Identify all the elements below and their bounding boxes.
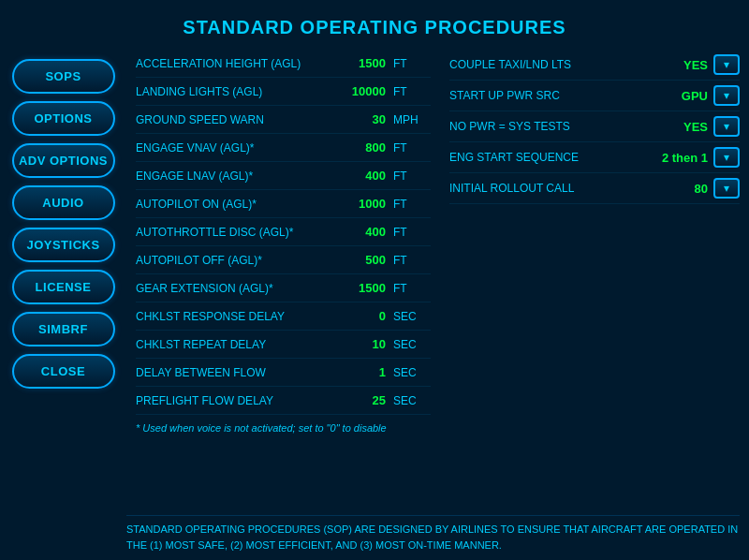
setting-unit: FT	[393, 85, 431, 98]
setting-value: 800	[337, 140, 393, 155]
setting-label: PREFLIGHT FLOW DELAY	[136, 394, 337, 407]
dropdown-button[interactable]: ▾	[713, 85, 740, 106]
dropdown-button[interactable]: ▾	[713, 178, 740, 199]
setting-value: 25	[337, 393, 393, 407]
setting-value: 1	[337, 365, 393, 379]
setting-label: CHKLST RESPONSE DELAY	[136, 310, 337, 323]
setting-label: LANDING LIGHTS (AGL)	[136, 85, 337, 98]
setting-label: DELAY BETWEEN FLOW	[136, 366, 337, 379]
sidebar-btn-license[interactable]: LICENSE	[12, 270, 115, 304]
sidebar: SOPSOPTIONSADV OPTIONSAUDIOJOYSTICKSLICE…	[0, 50, 126, 434]
setting-row: ENGAGE LNAV (AGL)*400FT	[136, 162, 431, 190]
setting-value: 10000	[337, 84, 393, 98]
setting-row: PREFLIGHT FLOW DELAY25SEC	[136, 387, 431, 415]
setting-label: AUTOTHROTTLE DISC (AGL)*	[136, 226, 337, 239]
sidebar-btn-close[interactable]: CLOSE	[12, 354, 115, 389]
setting-unit: FT	[393, 141, 431, 155]
left-settings: ACCELERATION HEIGHT (AGL)1500FTLANDING L…	[136, 50, 431, 434]
right-setting-value: YES	[657, 58, 713, 72]
right-setting-row: INITIAL ROLLOUT CALL80▾	[449, 173, 740, 204]
setting-label: ACCELERATION HEIGHT (AGL)	[136, 57, 337, 70]
setting-value: 1500	[337, 56, 393, 70]
setting-unit: FT	[393, 254, 431, 267]
sidebar-btn-audio[interactable]: AUDIO	[12, 185, 115, 220]
setting-label: GROUND SPEED WARN	[136, 113, 337, 126]
sidebar-btn-joysticks[interactable]: JOYSTICKS	[12, 228, 115, 262]
setting-row: AUTOPILOT OFF (AGL)*500FT	[136, 246, 431, 274]
setting-row: CHKLST REPEAT DELAY10SEC	[136, 331, 431, 359]
bottom-description: STANDARD OPERATING PROCEDURES (SOP) ARE …	[126, 515, 740, 553]
right-setting-value: GPU	[657, 89, 713, 103]
setting-row: AUTOPILOT ON (AGL)*1000FT	[136, 190, 431, 218]
setting-unit: SEC	[393, 366, 431, 379]
setting-label: AUTOPILOT ON (AGL)*	[136, 198, 337, 211]
setting-label: GEAR EXTENSION (AGL)*	[136, 282, 337, 295]
sidebar-btn-adv-options[interactable]: ADV OPTIONS	[12, 143, 115, 178]
setting-value: 0	[337, 309, 393, 323]
right-setting-row: START UP PWR SRCGPU▾	[449, 81, 740, 111]
setting-unit: SEC	[393, 394, 431, 407]
content-area: ACCELERATION HEIGHT (AGL)1500FTLANDING L…	[126, 50, 749, 434]
right-setting-row: COUPLE TAXI/LND LTSYES▾	[449, 50, 740, 81]
dropdown-button[interactable]: ▾	[713, 116, 740, 137]
dropdown-button[interactable]: ▾	[713, 54, 740, 75]
setting-label: ENGAGE LNAV (AGL)*	[136, 169, 337, 183]
setting-row: ACCELERATION HEIGHT (AGL)1500FT	[136, 50, 431, 78]
setting-unit: FT	[393, 57, 431, 70]
setting-value: 400	[337, 169, 393, 183]
setting-label: CHKLST REPEAT DELAY	[136, 338, 337, 351]
setting-row: LANDING LIGHTS (AGL)10000FT	[136, 78, 431, 106]
right-setting-label: COUPLE TAXI/LND LTS	[449, 58, 657, 71]
setting-unit: FT	[393, 169, 431, 183]
sidebar-btn-simbrf[interactable]: SIMBRF	[12, 312, 115, 346]
right-setting-label: START UP PWR SRC	[449, 89, 657, 102]
setting-unit: FT	[393, 226, 431, 239]
right-setting-label: ENG START SEQUENCE	[449, 151, 657, 164]
dropdown-button[interactable]: ▾	[713, 147, 740, 168]
setting-row: DELAY BETWEEN FLOW1SEC	[136, 359, 431, 387]
setting-row: CHKLST RESPONSE DELAY0SEC	[136, 302, 431, 331]
setting-row: GEAR EXTENSION (AGL)*1500FT	[136, 274, 431, 302]
setting-unit: SEC	[393, 338, 431, 351]
setting-row: GROUND SPEED WARN30MPH	[136, 106, 431, 134]
sidebar-btn-sops[interactable]: SOPS	[12, 59, 115, 94]
right-settings: COUPLE TAXI/LND LTSYES▾START UP PWR SRCG…	[449, 50, 740, 434]
right-setting-label: NO PWR = SYS TESTS	[449, 120, 657, 133]
setting-value: 1000	[337, 197, 393, 211]
right-setting-value: 2 then 1	[657, 151, 713, 165]
right-setting-row: ENG START SEQUENCE2 then 1▾	[449, 142, 740, 173]
setting-row: ENGAGE VNAV (AGL)*800FT	[136, 134, 431, 162]
right-setting-value: YES	[657, 120, 713, 134]
setting-value: 400	[337, 225, 393, 239]
right-setting-value: 80	[657, 182, 713, 196]
sidebar-btn-options[interactable]: OPTIONS	[12, 101, 115, 136]
setting-unit: SEC	[393, 310, 431, 323]
setting-unit: FT	[393, 198, 431, 211]
setting-value: 30	[337, 112, 393, 126]
setting-value: 1500	[337, 281, 393, 295]
footnote: * Used when voice is not activated; set …	[136, 422, 431, 434]
setting-row: AUTOTHROTTLE DISC (AGL)*400FT	[136, 218, 431, 246]
setting-unit: FT	[393, 282, 431, 295]
setting-value: 10	[337, 337, 393, 351]
setting-label: ENGAGE VNAV (AGL)*	[136, 141, 337, 155]
right-setting-row: NO PWR = SYS TESTSYES▾	[449, 111, 740, 142]
setting-value: 500	[337, 253, 393, 267]
setting-label: AUTOPILOT OFF (AGL)*	[136, 254, 337, 267]
setting-unit: MPH	[393, 113, 431, 126]
right-setting-label: INITIAL ROLLOUT CALL	[449, 182, 657, 195]
page-title: STANDARD OPERATING PROCEDURES	[0, 0, 749, 50]
